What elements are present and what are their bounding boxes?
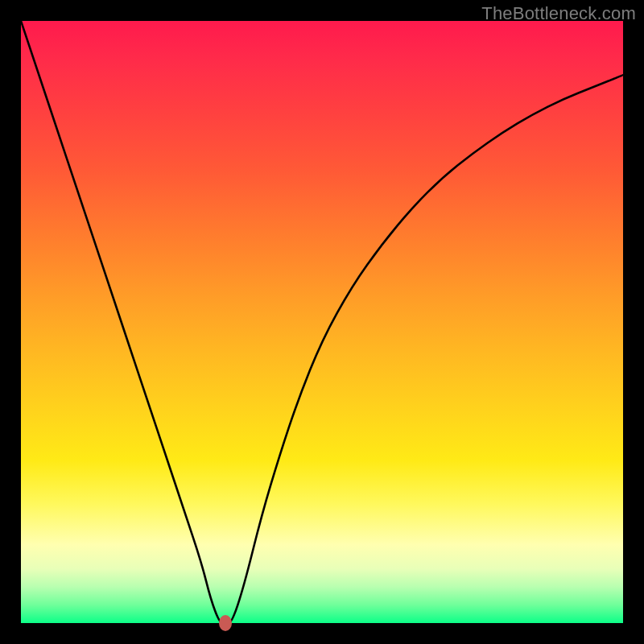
watermark-text: TheBottleneck.com: [481, 3, 636, 24]
curve-svg: [21, 21, 623, 623]
chart-frame: TheBottleneck.com: [0, 0, 644, 644]
curve-marker: [219, 615, 232, 631]
plot-area: [21, 21, 623, 623]
curve-path: [21, 21, 623, 623]
